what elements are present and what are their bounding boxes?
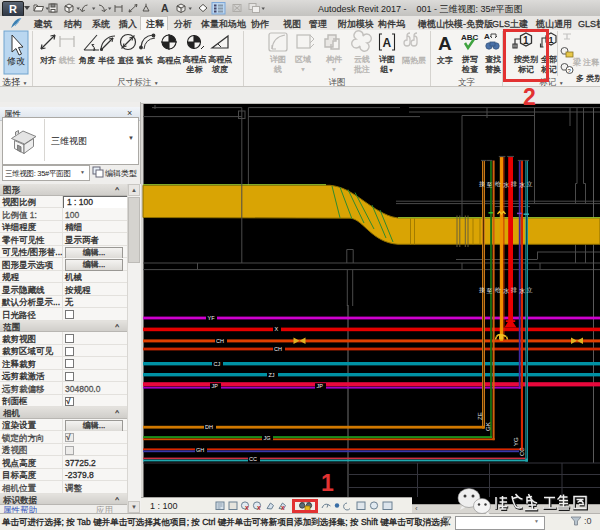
svg-text:给: 给 xyxy=(495,287,501,294)
svg-text:立: 立 xyxy=(527,286,533,293)
svg-text:1: 1 xyxy=(549,35,554,45)
svg-text:YG: YG xyxy=(513,437,519,446)
svg-text:A: A xyxy=(383,36,392,50)
svg-text:CC: CC xyxy=(519,447,525,456)
svg-text:水: 水 xyxy=(519,288,525,294)
svg-text:DH: DH xyxy=(205,424,213,430)
svg-text:排: 排 xyxy=(511,181,517,187)
svg-text:JG: JG xyxy=(264,435,271,441)
svg-text:至: 至 xyxy=(487,287,493,294)
svg-text:X: X xyxy=(275,326,279,332)
svg-text:立: 立 xyxy=(527,180,533,187)
svg-text:CC: CC xyxy=(249,456,257,462)
svg-text:水: 水 xyxy=(503,288,509,294)
svg-text:JP: JP xyxy=(212,383,219,389)
svg-text:ABC: ABC xyxy=(461,33,479,42)
svg-text:至: 至 xyxy=(487,181,493,188)
svg-text:排: 排 xyxy=(511,287,517,293)
svg-text:接: 接 xyxy=(479,286,485,293)
svg-text:A: A xyxy=(438,33,452,54)
svg-text:CH: CH xyxy=(274,346,282,352)
svg-text:接: 接 xyxy=(479,180,485,187)
svg-text:YF: YF xyxy=(208,315,216,321)
svg-text:CH: CH xyxy=(216,338,224,344)
svg-text:CJ: CJ xyxy=(214,361,221,367)
svg-text:水: 水 xyxy=(503,182,509,188)
svg-text:x: x xyxy=(281,504,285,511)
svg-text:给: 给 xyxy=(495,181,501,188)
svg-text:ZE: ZE xyxy=(477,412,483,420)
svg-text:x: x xyxy=(257,504,261,511)
svg-text:x: x xyxy=(245,504,249,511)
svg-text:A: A xyxy=(484,32,490,41)
svg-text:JP: JP xyxy=(317,383,324,389)
svg-text:ZJ: ZJ xyxy=(269,372,275,378)
svg-text:GH: GH xyxy=(196,447,204,453)
svg-text:水: 水 xyxy=(519,182,525,188)
svg-text:A: A xyxy=(161,2,169,14)
svg-text:GK: GK xyxy=(485,422,491,431)
